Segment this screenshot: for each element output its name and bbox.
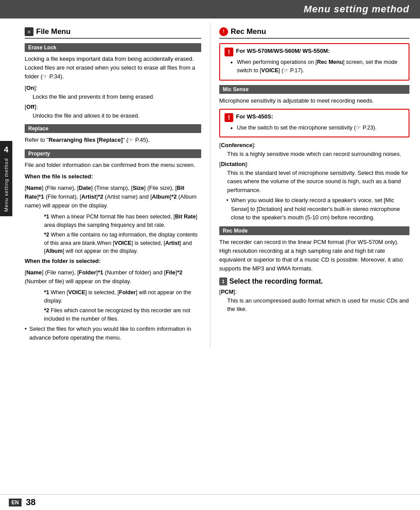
right-column: ! Rec Menu ! For WS-570M/WS-560M/ WS-550… — [210, 23, 420, 348]
main-content: ≡ File Menu Erase Lock Locking a file ke… — [12, 18, 420, 366]
mic-sense-text: Microphone sensitivity is adjustable to … — [219, 96, 409, 105]
select-format-label: Select the recording format. — [229, 277, 323, 285]
select-format-heading: 1 Select the recording format. — [219, 277, 409, 285]
on-term-block: [On]: Locks the file and prevents it fro… — [25, 84, 201, 101]
rec-mode-text: The recorder can record in the linear PC… — [219, 238, 409, 273]
ws570m-warning-box: ! For WS-570M/WS-560M/ WS-550M: When per… — [219, 43, 409, 81]
file-items-text: [Name] (File name), [Date] (Time stamp),… — [25, 184, 201, 210]
ws570m-warning-header: ! For WS-570M/WS-560M/ WS-550M: — [225, 48, 404, 56]
property-bar: Property — [25, 149, 201, 158]
dictation-term: [Dictation]: — [219, 160, 409, 169]
warning-icon-1: ! — [225, 48, 233, 56]
folder-note2: *2 Files which cannot be recognized by t… — [32, 307, 201, 323]
footer-lang: EN — [9, 499, 22, 506]
left-column: ≡ File Menu Erase Lock Locking a file ke… — [12, 23, 210, 348]
warning-icon-2: ! — [225, 113, 233, 122]
dictation-block: [Dictation]: This is the standard level … — [219, 160, 409, 194]
when-file-selected: When the file is selected: — [25, 172, 201, 181]
ws570m-item: When performing operations on [Rec Menu]… — [237, 58, 404, 75]
select-files-bullet: Select the files for which you would lik… — [25, 325, 201, 342]
page-title: Menu setting method — [0, 4, 409, 15]
ws450s-list: Use the switch to set the microphone sen… — [237, 124, 404, 132]
file-menu-heading: ≡ File Menu — [25, 27, 201, 39]
chapter-number: 4 — [4, 145, 8, 155]
pcm-block: [PCM]: This is an uncompressed audio for… — [219, 288, 409, 314]
mic-sense-bar: Mic Sense — [219, 85, 409, 94]
rec-mode-bar: Rec Mode — [219, 226, 409, 235]
on-term: [On]: — [25, 84, 201, 92]
replace-bar: Replace — [25, 124, 201, 133]
file-menu-icon: ≡ — [25, 27, 33, 36]
folder-note1: *1 When [VOICE] is selected, [Folder] wi… — [32, 288, 201, 305]
footer-page: 38 — [26, 497, 36, 507]
step-number: 1 — [219, 277, 227, 285]
off-term-block: [Off]: Unlocks the file and allows it to… — [25, 103, 201, 120]
chapter-label: Menu setting method — [4, 158, 9, 212]
ws450s-title: For WS-450S: — [236, 113, 273, 120]
ws450s-item: Use the switch to set the microphone sen… — [237, 124, 404, 132]
conference-def: This is a highly sensitive mode which ca… — [219, 150, 409, 159]
page-footer: EN 38 — [0, 494, 420, 510]
erase-lock-text: Locking a file keeps important data from… — [25, 55, 201, 81]
when-folder-selected: When the folder is selected: — [25, 257, 201, 266]
ws450s-warning-header: ! For WS-450S: — [225, 113, 404, 122]
file-menu-title: File Menu — [36, 27, 70, 36]
file-note1: *1 When a linear PCM format file has bee… — [32, 213, 201, 229]
replace-text: Refer to "Rearranging files [Replace]" (… — [25, 136, 201, 144]
conference-block: [Conference]: This is a highly sensitive… — [219, 141, 409, 158]
off-term: [Off]: — [25, 103, 201, 111]
page-header: Menu setting method — [0, 0, 420, 18]
pcm-def: This is an uncompressed audio format whi… — [219, 296, 409, 314]
rec-menu-title: Rec Menu — [231, 27, 266, 36]
ws570m-title: For WS-570M/WS-560M/ WS-550M: — [236, 48, 330, 54]
folder-items-text: [Name] (File name), [Folder]*1 (Number o… — [25, 268, 201, 286]
rec-menu-icon: ! — [219, 27, 228, 36]
file-note2: *2 When a file contains no tag informati… — [32, 231, 201, 255]
rec-menu-heading: ! Rec Menu — [219, 27, 409, 39]
off-def: Unlocks the file and allows it to be era… — [25, 111, 201, 120]
property-text: File and folder information can be confi… — [25, 161, 201, 170]
erase-lock-bar: Erase Lock — [25, 43, 201, 52]
pcm-term: [PCM]: — [219, 288, 409, 296]
conference-term: [Conference]: — [219, 141, 409, 150]
side-tab: 4 Menu setting method — [0, 141, 12, 216]
dictation-bullet: When you would like to clearly record a … — [219, 196, 409, 222]
ws570m-list: When performing operations on [Rec Menu]… — [237, 58, 404, 75]
on-def: Locks the file and prevents it from bein… — [25, 92, 201, 101]
dictation-def1: This is the standard level of microphone… — [219, 169, 409, 195]
ws450s-warning-box: ! For WS-450S: Use the switch to set the… — [219, 109, 409, 138]
